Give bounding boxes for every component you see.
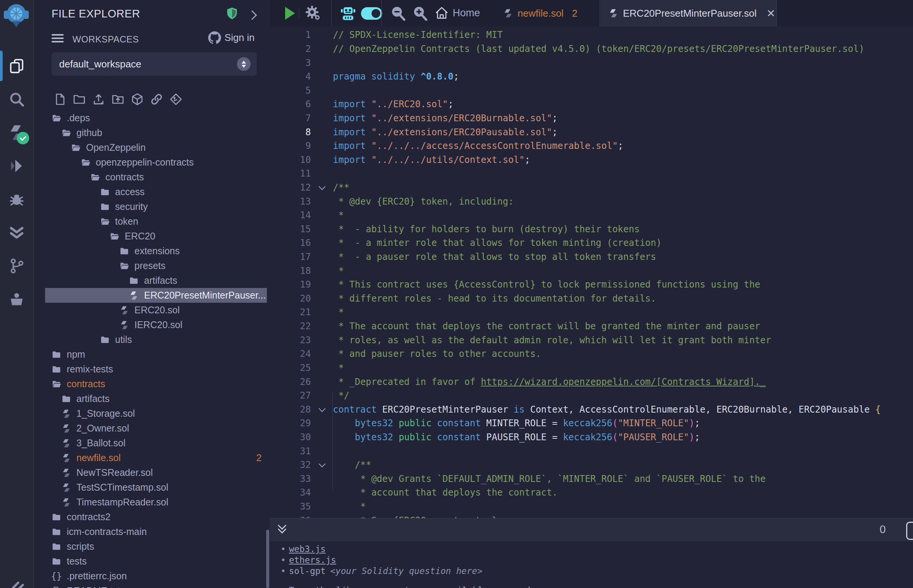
collapse-terminal-icon[interactable] — [279, 525, 285, 532]
terminal-line[interactable]: •web3.js — [280, 543, 913, 554]
code-line-34[interactable]: 34 * account that deploys the contract. — [270, 486, 913, 500]
tree-folder-erc20[interactable]: ERC20 — [34, 229, 270, 244]
workspace-selector[interactable]: default_workspace — [52, 52, 257, 76]
terminal-line[interactable]: •ethers.js — [280, 554, 913, 565]
code-line-23[interactable]: 23 * roles, as well as the default admin… — [270, 333, 913, 347]
code-line-16[interactable]: 16 * - a minter role that allows for tok… — [270, 236, 913, 250]
code-line-22[interactable]: 22 * The account that deploys the contra… — [270, 319, 913, 333]
terminal-output[interactable]: •web3.js•ethers.js•sol-gpt<your Solidity… — [270, 541, 913, 588]
tree-folder-openzeppelin-contracts[interactable]: openzeppelin-contracts — [34, 155, 270, 170]
code-line-35[interactable]: 35 * — [270, 500, 913, 514]
tree-folder-extensions[interactable]: extensions — [34, 244, 270, 258]
upload-file-icon[interactable] — [92, 92, 105, 106]
activity-search[interactable] — [8, 90, 26, 108]
code-line-26[interactable]: 26 * _Deprecated in favor of https://wiz… — [270, 375, 913, 389]
ai-robot-icon[interactable] — [339, 4, 357, 23]
cube-icon[interactable] — [130, 92, 144, 106]
code-line-15[interactable]: 15 * - ability for holders to burn (dest… — [270, 222, 913, 236]
code-line-2[interactable]: 2// OpenZeppelin Contracts (last updated… — [270, 42, 913, 56]
code-line-36[interactable]: 36 * See {ERC20-constructor}. — [270, 514, 913, 518]
tree-folder-npm[interactable]: npm — [34, 347, 270, 362]
code-line-10[interactable]: 10import "../../../utils/Context.sol"; — [270, 153, 913, 167]
code-line-25[interactable]: 25 * — [270, 361, 913, 375]
tree-folder--deps[interactable]: .deps — [34, 111, 270, 125]
activity-debugger[interactable] — [8, 190, 26, 208]
code-line-21[interactable]: 21 * — [270, 305, 913, 319]
terminal-header[interactable]: 0 — [270, 518, 913, 541]
code-line-29[interactable]: 29 bytes32 public constant MINTER_ROLE =… — [270, 417, 913, 430]
tree-file-readme-txt[interactable]: README.txt — [34, 583, 270, 588]
code-line-13[interactable]: 13 * @dev {ERC20} token, including: — [270, 194, 913, 208]
code-line-1[interactable]: 1// SPDX-License-Identifier: MIT — [270, 28, 913, 42]
code-line-7[interactable]: 7import "../extensions/ERC20Burnable.sol… — [270, 111, 913, 125]
tree-file-ierc20-sol[interactable]: IERC20.sol — [34, 318, 270, 332]
shield-icon[interactable] — [225, 6, 239, 21]
close-tab-icon[interactable]: ✕ — [767, 7, 775, 20]
code-line-33[interactable]: 33 * @dev Grants `DEFAULT_ADMIN_ROLE`, `… — [270, 472, 913, 486]
tree-folder-tests[interactable]: tests — [34, 554, 270, 569]
tree-file-erc20-sol[interactable]: ERC20.sol — [34, 303, 270, 318]
tree-file-testsctimestamp-sol[interactable]: TestSCTimestamp.sol — [34, 480, 270, 495]
code-line-27[interactable]: 27 */ — [270, 389, 913, 403]
code-line-12[interactable]: 12/** — [270, 181, 913, 195]
activity-plugin-manager[interactable] — [8, 290, 26, 309]
tree-folder-utils[interactable]: utils — [34, 332, 270, 347]
tree-file--prettierrc-json[interactable]: {}.prettierrc.json — [34, 569, 270, 583]
zoom-in-icon[interactable] — [412, 5, 429, 22]
tree-folder-remix-tests[interactable]: remix-tests — [34, 362, 270, 376]
activity-file-explorer[interactable] — [8, 57, 26, 75]
upload-folder-icon[interactable] — [111, 92, 125, 106]
code-line-19[interactable]: 19 * This contract uses {AccessControl} … — [270, 278, 913, 292]
tree-folder-contracts[interactable]: contracts — [34, 376, 270, 391]
settings-gears-icon[interactable] — [305, 5, 322, 22]
terminal-link-ethers-js[interactable]: ethers.js — [289, 555, 336, 565]
code-line-17[interactable]: 17 * - a pauser role that allows to stop… — [270, 250, 913, 264]
tree-folder-scripts[interactable]: scripts — [34, 539, 270, 554]
code-line-6[interactable]: 6import "../ERC20.sol"; — [270, 97, 913, 111]
code-line-8[interactable]: 8import "../extensions/ERC20Pausable.sol… — [270, 125, 913, 139]
terminal-search-box[interactable] — [906, 522, 913, 540]
code-line-4[interactable]: 4pragma solidity ^0.8.0; — [270, 70, 913, 84]
code-line-28[interactable]: 28contract ERC20PresetMinterPauser is Co… — [270, 402, 913, 417]
github-sign-in-button[interactable]: Sign in — [208, 31, 255, 44]
bottom-plug-icon[interactable] — [10, 577, 25, 588]
zoom-out-icon[interactable] — [390, 5, 406, 22]
code-line-24[interactable]: 24 * and pauser roles to other accounts. — [270, 347, 913, 361]
code-line-3[interactable]: 3 — [270, 56, 913, 70]
fold-chevron-icon[interactable] — [311, 408, 333, 411]
link-icon[interactable] — [150, 92, 163, 106]
code-line-31[interactable]: 31 — [270, 444, 913, 458]
tree-file-newtsreader-sol[interactable]: NewTSReader.sol — [34, 465, 270, 480]
code-line-20[interactable]: 20 * different roles - head to its docum… — [270, 292, 913, 306]
explorer-scrollbar[interactable] — [266, 530, 269, 588]
tree-folder-artifacts[interactable]: artifacts — [34, 273, 270, 288]
workspace-menu-icon[interactable] — [52, 34, 64, 43]
fold-chevron-icon[interactable] — [311, 186, 333, 189]
terminal-link-web3-js[interactable]: web3.js — [289, 544, 326, 554]
tab-newfile[interactable]: newfile.sol 2 — [503, 0, 578, 26]
new-file-icon[interactable] — [53, 92, 67, 106]
expand-panel-icon[interactable] — [247, 10, 257, 20]
code-line-30[interactable]: 30 bytes32 public constant PAUSER_ROLE =… — [270, 430, 913, 444]
tree-folder-access[interactable]: access — [34, 184, 270, 199]
copilot-toggle[interactable] — [361, 7, 382, 20]
tree-file-timestampreader-sol[interactable]: TimestampReader.sol — [34, 495, 270, 510]
tree-file-3-ballot-sol[interactable]: 3_Ballot.sol — [34, 436, 270, 451]
fold-chevron-icon[interactable] — [311, 464, 333, 466]
activity-static-analysis[interactable] — [8, 223, 26, 242]
code-line-9[interactable]: 9import "../../../access/AccessControlEn… — [270, 139, 913, 153]
code-line-32[interactable]: 32 /** — [270, 458, 913, 472]
tab-erc20presetminterpauser[interactable]: ERC20PresetMinterPauser.sol ✕ — [600, 0, 777, 26]
new-folder-icon[interactable] — [73, 92, 86, 106]
code-editor[interactable]: 1// SPDX-License-Identifier: MIT2// Open… — [270, 26, 913, 518]
home-tab-label[interactable]: Home — [453, 7, 480, 19]
code-line-14[interactable]: 14 * — [270, 208, 913, 222]
tree-folder-artifacts[interactable]: artifacts — [34, 391, 270, 406]
activity-deploy-and-run[interactable] — [8, 157, 26, 175]
tree-folder-token[interactable]: token — [34, 214, 270, 229]
activity-git[interactable] — [8, 257, 26, 275]
tree-folder-contracts2[interactable]: contracts2 — [34, 510, 270, 524]
tree-folder-contracts[interactable]: contracts — [34, 170, 270, 184]
tree-folder-icm-contracts-main[interactable]: icm-contracts-main — [34, 524, 270, 539]
run-script-button[interactable] — [285, 7, 295, 20]
